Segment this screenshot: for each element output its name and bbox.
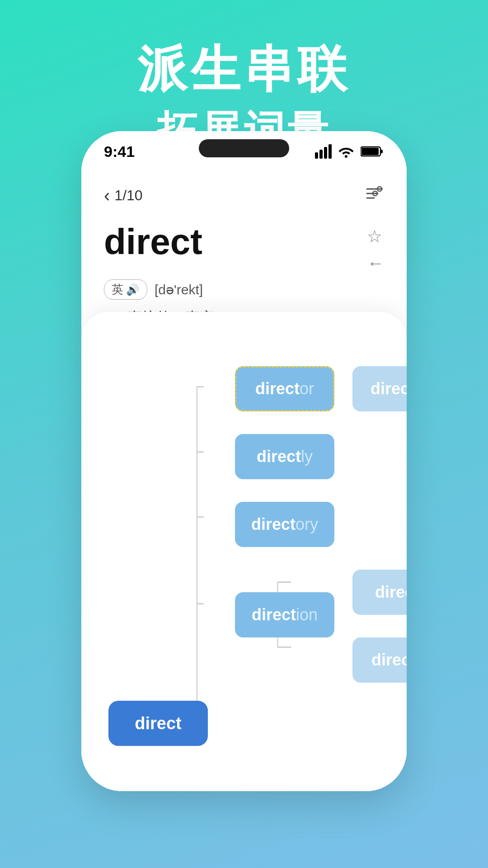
phonetic-text: [də'rekt] [155, 282, 203, 297]
svg-rect-1 [380, 150, 383, 153]
node-directorship-label: directorship [371, 379, 407, 398]
node-direction-label: direction [252, 605, 318, 624]
node-directional-label: directional [375, 583, 407, 602]
phone-mockup: 9:41 [81, 131, 407, 791]
node-directionless-label: directionless [371, 651, 407, 670]
phonetic-row: 英 🔊 [də'rekt] [104, 279, 384, 300]
hero-line1: 派生串联 [0, 36, 488, 104]
lang-badge[interactable]: 英 🔊 [104, 279, 147, 300]
sound-icon[interactable]: 🔊 [126, 283, 140, 296]
tree-area: direct director directorship [81, 312, 407, 791]
back-icon[interactable]: ‹ [104, 185, 110, 206]
word-row: direct ☆ ← [104, 224, 384, 273]
node-directionless[interactable]: directionless [352, 637, 407, 683]
node-direct-label: direct [135, 714, 181, 733]
node-directory-label: directory [251, 515, 318, 534]
node-directly[interactable]: directly [235, 434, 334, 479]
dynamic-island [199, 139, 289, 157]
tree-diagram: direct director directorship [99, 339, 389, 773]
pagination: 1/10 [114, 187, 142, 204]
battery-icon [361, 145, 384, 158]
nav-bar: ‹ 1/10 [104, 185, 384, 206]
node-direction[interactable]: direction [235, 592, 334, 637]
svg-rect-2 [361, 148, 379, 155]
nav-left[interactable]: ‹ 1/10 [104, 185, 143, 206]
back-arrow-icon[interactable]: ← [367, 254, 384, 273]
node-director-label: director [255, 379, 314, 398]
status-icons [315, 144, 384, 159]
wifi-icon [338, 145, 354, 158]
bookmark-icon[interactable]: ☆ [367, 226, 384, 246]
node-directly-label: directly [257, 447, 313, 466]
node-directorship[interactable]: directorship [352, 366, 407, 411]
node-direct[interactable]: direct [108, 701, 208, 746]
lang-text: 英 [112, 282, 123, 297]
status-bar: 9:41 [81, 131, 407, 172]
node-directional[interactable]: directional [352, 570, 407, 615]
phone-frame: 9:41 [81, 131, 407, 791]
signal-icon [315, 144, 332, 159]
word-actions: ☆ ← [367, 226, 384, 273]
word-title: direct [104, 224, 202, 260]
node-director[interactable]: director [235, 366, 334, 411]
filter-icon[interactable] [365, 185, 384, 206]
node-directory[interactable]: directory [235, 502, 334, 547]
